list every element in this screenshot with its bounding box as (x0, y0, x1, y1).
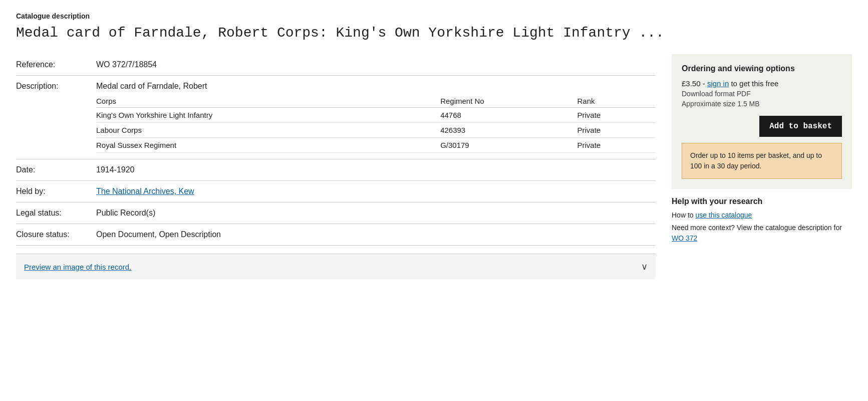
help-line-2: Need more context? View the catalogue de… (672, 223, 852, 244)
left-panel: Reference: WO 372/7/18854 Description: M… (16, 54, 656, 279)
help-title: Help with your research (672, 197, 852, 206)
legal-status-label: Legal status: (16, 209, 96, 218)
preview-link[interactable]: Preview an image of this record. (24, 263, 131, 271)
legal-status-row: Legal status: Public Record(s) (16, 203, 656, 224)
legal-status-value: Public Record(s) (96, 209, 656, 218)
help-line2-prefix: Need more context? View the catalogue de… (672, 224, 842, 232)
help-line-1: How to use this catalogue (672, 210, 852, 221)
order-panel-title: Ordering and viewing options (682, 64, 842, 73)
table-cell: 426393 (440, 123, 577, 138)
reference-row: Reference: WO 372/7/18854 (16, 54, 656, 76)
catalogue-label: Catalogue description (16, 12, 852, 20)
col-rank: Rank (577, 95, 656, 108)
approx-size: Approximate size 1.5 MB (682, 100, 842, 108)
help-section: Help with your research How to use this … (672, 197, 852, 244)
col-regiment: Regiment No (440, 95, 577, 108)
closure-status-value: Open Document, Open Description (96, 230, 656, 239)
price-text: £3.50 - (682, 79, 707, 88)
held-by-value: The National Archives, Kew (96, 187, 656, 196)
date-value: 1914-1920 (96, 165, 656, 174)
help-line1-prefix: How to (672, 211, 695, 219)
table-row: Royal Sussex RegimentG/30179Private (96, 138, 656, 153)
held-by-row: Held by: The National Archives, Kew (16, 181, 656, 203)
chevron-down-icon: ∨ (641, 261, 648, 272)
description-label: Description: (16, 82, 96, 91)
right-panel: Ordering and viewing options £3.50 - sig… (672, 54, 852, 246)
order-notice: Order up to 10 items per basket, and up … (682, 143, 842, 179)
use-catalogue-link[interactable]: use this catalogue (695, 211, 752, 219)
record-title: Medal card of Farndale, Robert Corps: Ki… (16, 24, 852, 42)
price-suffix: to get this free (729, 79, 778, 88)
description-row: Description: Medal card of Farndale, Rob… (16, 76, 656, 159)
table-cell: Private (577, 138, 656, 153)
description-value: Medal card of Farndale, Robert Corps Reg… (96, 82, 656, 153)
reference-label: Reference: (16, 60, 96, 69)
wo372-link[interactable]: WO 372 (672, 234, 697, 242)
price-line: £3.50 - sign in to get this free (682, 79, 842, 88)
preview-bar[interactable]: Preview an image of this record. ∨ (16, 254, 656, 279)
table-row: Labour Corps426393Private (96, 123, 656, 138)
add-to-basket-button[interactable]: Add to basket (759, 116, 842, 137)
col-corps: Corps (96, 95, 440, 108)
table-cell: King's Own Yorkshire Light Infantry (96, 108, 440, 123)
download-format: Download format PDF (682, 90, 842, 98)
sign-in-link[interactable]: sign in (707, 79, 729, 88)
table-header-row: Corps Regiment No Rank (96, 95, 656, 108)
table-cell: Private (577, 123, 656, 138)
order-panel: Ordering and viewing options £3.50 - sig… (672, 54, 852, 189)
table-cell: Labour Corps (96, 123, 440, 138)
closure-status-row: Closure status: Open Document, Open Desc… (16, 224, 656, 246)
table-cell: G/30179 (440, 138, 577, 153)
description-table: Corps Regiment No Rank King's Own Yorksh… (96, 95, 656, 153)
closure-status-label: Closure status: (16, 230, 96, 239)
table-cell: Royal Sussex Regiment (96, 138, 440, 153)
date-row: Date: 1914-1920 (16, 159, 656, 181)
table-row: King's Own Yorkshire Light Infantry44768… (96, 108, 656, 123)
date-label: Date: (16, 165, 96, 174)
description-intro: Medal card of Farndale, Robert (96, 82, 656, 91)
held-by-link[interactable]: The National Archives, Kew (96, 187, 194, 195)
reference-value: WO 372/7/18854 (96, 60, 656, 69)
held-by-label: Held by: (16, 187, 96, 196)
table-cell: 44768 (440, 108, 577, 123)
table-cell: Private (577, 108, 656, 123)
